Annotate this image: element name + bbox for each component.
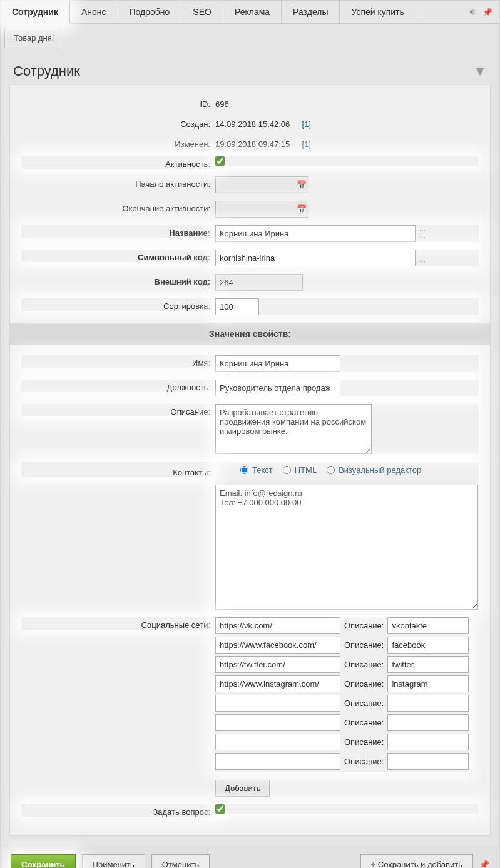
tab-announce[interactable]: Анонс: [70, 1, 118, 23]
social-desc-label: Описание:: [344, 679, 384, 689]
radio-text[interactable]: Текст: [240, 465, 273, 475]
pin-icon[interactable]: 📌: [482, 6, 493, 18]
tab-detail[interactable]: Подробно: [118, 1, 182, 23]
social-url-input[interactable]: [215, 753, 340, 770]
props-header: Значения свойств:: [10, 323, 490, 345]
social-url-input[interactable]: [215, 675, 340, 692]
start-date-input[interactable]: [215, 176, 309, 193]
social-desc-label: Описание:: [344, 660, 384, 669]
gear-icon[interactable]: [466, 6, 477, 18]
social-desc-input[interactable]: [387, 714, 469, 731]
social-desc-input[interactable]: [387, 656, 469, 673]
tab-employee[interactable]: Сотрудник: [1, 1, 70, 24]
contacts-textarea[interactable]: Email: info@redsign.ru Тел: +7 000 000 0…: [215, 485, 478, 610]
social-desc-input[interactable]: [387, 753, 469, 770]
tab-buy-now[interactable]: Успей купить: [340, 1, 416, 23]
end-label: Окончание активности:: [21, 201, 215, 213]
tab-sections[interactable]: Разделы: [282, 1, 340, 23]
social-url-input[interactable]: [215, 637, 340, 654]
code-input[interactable]: [215, 250, 416, 266]
calendar-icon[interactable]: 📅: [297, 204, 307, 214]
name-input[interactable]: [215, 225, 416, 242]
radio-visual[interactable]: Визуальный редактор: [327, 465, 421, 475]
social-desc-label: Описание:: [344, 699, 384, 708]
ext-input[interactable]: [215, 274, 303, 291]
created-label: Создан:: [21, 116, 215, 129]
code-tools-icon[interactable]: ⋯⋯: [419, 252, 426, 265]
subtab-deal-of-day[interactable]: Товар дня!: [4, 28, 63, 48]
created-user-link[interactable]: [1]: [302, 119, 311, 129]
tab-ads[interactable]: Реклама: [223, 1, 282, 23]
social-desc-input[interactable]: [387, 675, 469, 692]
name-label: Название:: [21, 225, 215, 238]
id-value: 696: [215, 96, 479, 109]
name-tools-icon[interactable]: ⋯⋯: [419, 228, 426, 240]
social-url-input[interactable]: [215, 617, 340, 634]
radio-html[interactable]: HTML: [283, 465, 317, 475]
description-label: Описание:: [21, 404, 215, 416]
section-title-row: Сотрудник ▼: [1, 52, 499, 86]
active-checkbox[interactable]: [215, 156, 225, 166]
apply-button[interactable]: Применить: [82, 854, 145, 868]
sort-label: Сортировка:: [21, 298, 215, 311]
social-desc-input[interactable]: [387, 695, 469, 712]
social-url-input[interactable]: [215, 656, 340, 673]
ask-label: Задать вопрос:: [21, 804, 215, 817]
active-label: Активность:: [21, 156, 215, 169]
social-desc-label: Описание:: [344, 640, 384, 650]
changed-user-link[interactable]: [1]: [302, 139, 311, 149]
sort-input[interactable]: [215, 298, 259, 315]
collapse-icon[interactable]: ▼: [473, 63, 487, 79]
save-add-button[interactable]: + Сохранить и добавить: [360, 854, 473, 868]
footer-pin-icon[interactable]: 📌: [479, 860, 489, 868]
social-desc-input[interactable]: [387, 637, 469, 654]
social-desc-input[interactable]: [387, 734, 469, 750]
id-label: ID:: [21, 96, 215, 109]
social-label: Социальные сети:: [21, 617, 215, 630]
prop-name-input[interactable]: [215, 355, 340, 372]
social-url-input[interactable]: [215, 734, 340, 750]
editor-mode-radios: Текст HTML Визуальный редактор: [215, 462, 421, 481]
created-value: 14.09.2018 15:42:06: [215, 119, 290, 129]
contacts-label: Контакты:: [21, 462, 215, 477]
ask-checkbox[interactable]: [215, 804, 225, 814]
add-social-button[interactable]: Добавить: [215, 780, 270, 797]
description-textarea[interactable]: Разрабатывает стратегию продвижения комп…: [215, 404, 372, 454]
changed-label: Изменен:: [21, 136, 215, 149]
social-desc-label: Описание:: [344, 718, 384, 727]
section-title: Сотрудник: [13, 63, 80, 79]
position-label: Должность:: [21, 380, 215, 392]
changed-value: 19.09.2018 09:47:15: [215, 139, 290, 149]
form-area: ID: 696 Создан: 14.09.2018 15:42:06 [1] …: [9, 86, 491, 836]
start-label: Начало активности:: [21, 176, 215, 189]
calendar-icon[interactable]: 📅: [297, 180, 307, 190]
end-date-input[interactable]: [215, 201, 309, 218]
cancel-button[interactable]: Отменить: [151, 854, 210, 868]
social-url-input[interactable]: [215, 695, 340, 712]
social-desc-label: Описание:: [344, 621, 384, 630]
ext-label: Внешний код:: [21, 274, 215, 286]
prop-name-label: Имя:: [21, 355, 215, 368]
social-desc-label: Описание:: [344, 737, 384, 747]
tab-seo[interactable]: SEO: [181, 1, 223, 23]
social-desc-label: Описание:: [344, 757, 384, 766]
social-url-input[interactable]: [215, 714, 340, 731]
position-input[interactable]: [215, 380, 340, 396]
footer-bar: Сохранить Применить Отменить + Сохранить…: [1, 845, 499, 868]
social-desc-input[interactable]: [387, 617, 469, 634]
sub-tabs: Товар дня!: [1, 24, 499, 52]
main-tabs: Сотрудник Анонс Подробно SEO Реклама Раз…: [1, 1, 499, 24]
code-label: Символьный код:: [21, 250, 215, 262]
save-button[interactable]: Сохранить: [11, 854, 76, 868]
